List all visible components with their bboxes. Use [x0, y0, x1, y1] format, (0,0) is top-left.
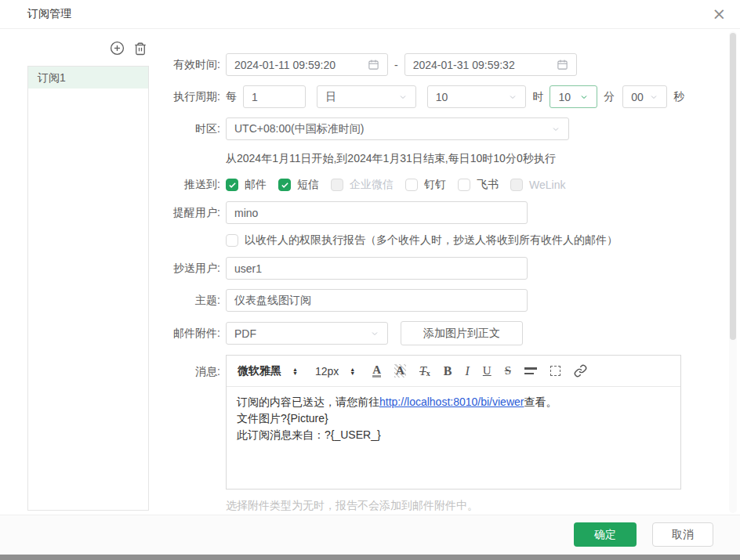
- remind-user-input[interactable]: mino: [226, 201, 528, 224]
- dialog-footer: 确定 取消: [0, 515, 740, 554]
- cycle-row: 执行周期: 每 1 日 10 时 10: [167, 85, 684, 108]
- push-option-label: 飞书: [477, 178, 499, 192]
- checkbox-icon: [331, 179, 343, 191]
- end-datetime-input[interactable]: 2024-01-31 09:59:32: [404, 53, 577, 76]
- date-range-separator: -: [394, 59, 398, 71]
- push-option-label: 钉钉: [424, 178, 446, 192]
- push-option-label: 企业微信: [350, 178, 394, 192]
- chevron-down-icon: [551, 125, 560, 134]
- trash-icon: [133, 42, 147, 58]
- cc-user-value: user1: [234, 262, 262, 275]
- subject-input[interactable]: 仪表盘线图订阅: [226, 289, 528, 312]
- checkbox-icon: [226, 179, 238, 191]
- font-color-button[interactable]: A: [372, 362, 381, 381]
- cycle-second-value: 00: [631, 91, 644, 103]
- subscription-sidebar: 订阅1: [27, 41, 149, 511]
- checkbox-icon: [278, 179, 291, 191]
- valid-time-label: 有效时间:: [167, 58, 220, 72]
- cc-user-label: 抄送用户:: [167, 262, 220, 276]
- push-option-sms[interactable]: 短信: [278, 178, 319, 192]
- cycle-interval-value: 1: [252, 91, 258, 103]
- timezone-row: 时区: UTC+08:00(中国标准时间): [167, 117, 684, 140]
- insert-link-button[interactable]: [574, 362, 587, 381]
- vertical-scrollbar[interactable]: [729, 31, 737, 513]
- cycle-hour-select[interactable]: 10: [427, 85, 527, 108]
- cycle-minute-select[interactable]: 10: [550, 85, 597, 108]
- chevron-down-icon: [370, 329, 379, 338]
- timezone-value: UTC+08:00(中国标准时间): [234, 122, 364, 136]
- calendar-icon: [368, 59, 379, 70]
- cancel-button[interactable]: 取消: [652, 522, 713, 547]
- strikethrough-button[interactable]: S: [505, 362, 511, 381]
- viewer-link[interactable]: http://localhost:8010/bi/viewer: [379, 396, 524, 408]
- editor-toolbar: 微软雅黑 ▲▼ 12px ▲▼ A A Tx B I U S: [227, 356, 680, 387]
- push-option-label: 短信: [297, 178, 319, 192]
- subject-label: 主题:: [167, 294, 220, 308]
- cycle-label: 执行周期:: [167, 90, 220, 104]
- close-icon[interactable]: ×: [712, 6, 726, 23]
- align-button[interactable]: [524, 362, 537, 381]
- message-line-1: 订阅的内容已送达，请您前往http://localhost:8010/bi/vi…: [237, 394, 670, 410]
- dialog-title: 订阅管理: [27, 7, 71, 21]
- updown-arrows-icon: ▲▼: [350, 367, 355, 375]
- message-line-2: 文件图片?{Picture}: [237, 410, 670, 427]
- cycle-every-text: 每: [226, 90, 237, 104]
- cycle-hour-suffix: 时: [532, 90, 543, 104]
- message-row: 消息: 微软雅黑 ▲▼ 12px ▲▼ A A Tx B I U: [167, 355, 684, 490]
- cycle-unit-select[interactable]: 日: [317, 85, 416, 108]
- checkbox-icon: [458, 179, 470, 191]
- timezone-select[interactable]: UTC+08:00(中国标准时间): [226, 117, 569, 140]
- message-line-3: 此订阅消息来自：?{_USER_}: [237, 427, 670, 443]
- cycle-minute-value: 10: [558, 91, 571, 103]
- push-option-welink[interactable]: WeLink: [510, 179, 565, 191]
- clear-format-button[interactable]: Tx: [419, 362, 430, 381]
- bold-button[interactable]: B: [444, 362, 452, 381]
- circle-plus-icon: [110, 41, 125, 58]
- fullscreen-button[interactable]: [550, 362, 560, 381]
- font-size-select[interactable]: 12px ▲▼: [315, 365, 355, 378]
- cycle-interval-input[interactable]: 1: [243, 85, 306, 108]
- attachment-label: 邮件附件:: [167, 327, 220, 341]
- recipient-permission-checkbox[interactable]: 以收件人的权限执行报告（多个收件人时，抄送人将收到所有收件人的邮件）: [226, 233, 684, 247]
- italic-button[interactable]: I: [466, 362, 470, 381]
- subject-row: 主题: 仪表盘线图订阅: [167, 289, 684, 312]
- subscription-list-item[interactable]: 订阅1: [28, 67, 148, 89]
- font-family-select[interactable]: 微软雅黑 ▲▼: [238, 364, 298, 378]
- window-bottom-edge: [0, 555, 740, 560]
- push-option-dingtalk[interactable]: 钉钉: [405, 178, 446, 192]
- push-option-email[interactable]: 邮件: [226, 178, 267, 192]
- chevron-down-icon: [649, 92, 658, 102]
- message-content[interactable]: 订阅的内容已送达，请您前往http://localhost:8010/bi/vi…: [227, 387, 680, 489]
- add-subscription-button[interactable]: [110, 41, 125, 58]
- subscription-dialog: 订阅管理 ×: [0, 0, 740, 560]
- calendar-icon: [557, 59, 568, 70]
- cc-user-input[interactable]: user1: [226, 257, 528, 280]
- cc-user-row: 抄送用户: user1: [167, 257, 684, 280]
- start-datetime-input[interactable]: 2024-01-11 09:59:20: [226, 53, 388, 76]
- push-option-label: 邮件: [245, 178, 267, 192]
- end-datetime-value: 2024-01-31 09:59:32: [413, 59, 515, 71]
- message-editor: 微软雅黑 ▲▼ 12px ▲▼ A A Tx B I U S: [226, 355, 681, 490]
- cycle-minute-suffix: 分: [604, 90, 615, 104]
- timezone-label: 时区:: [167, 122, 220, 136]
- cycle-hour-value: 10: [436, 91, 448, 103]
- subject-value: 仪表盘线图订阅: [234, 294, 311, 308]
- push-channel-group: 邮件 短信 企业微信 钉钉 飞书: [226, 178, 565, 192]
- remind-user-label: 提醒用户:: [167, 206, 220, 220]
- valid-time-row: 有效时间: 2024-01-11 09:59:20 - 2024-01-31 0…: [167, 53, 684, 76]
- push-to-label: 推送到:: [167, 178, 220, 192]
- highlight-color-button[interactable]: A: [394, 362, 406, 381]
- push-option-wecom[interactable]: 企业微信: [331, 178, 394, 192]
- start-datetime-value: 2024-01-11 09:59:20: [234, 59, 336, 71]
- delete-subscription-button[interactable]: [133, 41, 147, 58]
- push-to-row: 推送到: 邮件 短信 企业微信 钉钉: [167, 178, 684, 192]
- underline-button[interactable]: U: [483, 362, 492, 381]
- permission-row: 以收件人的权限执行报告（多个收件人时，抄送人将收到所有收件人的邮件）: [226, 233, 684, 247]
- push-option-feishu[interactable]: 飞书: [458, 178, 499, 192]
- add-image-to-body-button[interactable]: 添加图片到正文: [401, 321, 523, 345]
- subscription-list: 订阅1: [27, 66, 149, 511]
- cycle-second-select[interactable]: 00: [622, 85, 667, 108]
- scrollbar-thumb[interactable]: [730, 33, 736, 340]
- attachment-type-select[interactable]: PDF: [226, 322, 388, 345]
- confirm-button[interactable]: 确定: [574, 522, 637, 547]
